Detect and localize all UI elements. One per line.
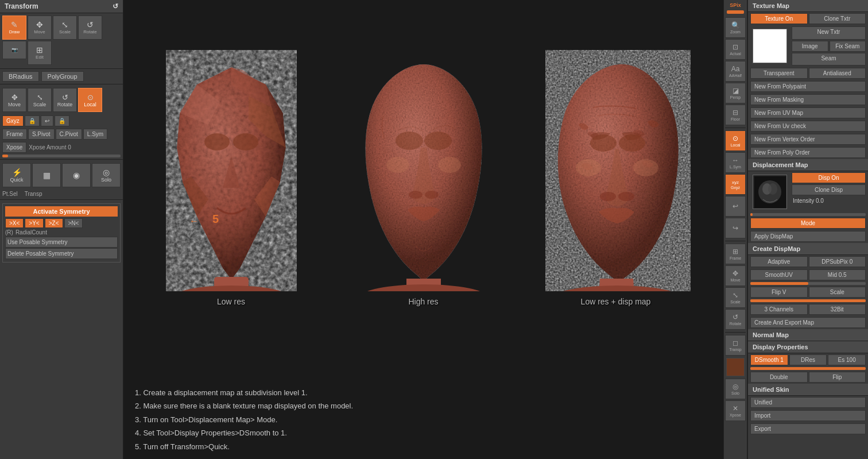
local-btn[interactable]: ⊙ Local (78, 88, 102, 112)
scale-mid-btn[interactable]: ⤡ Scale (725, 287, 746, 308)
texture-right-btns: New Txtr Image Fix Seam Seam (792, 26, 866, 65)
mode-btn[interactable]: Mode (750, 218, 866, 229)
channels-btn[interactable]: 3 Channels (750, 304, 808, 315)
create-export-btn[interactable]: Create And Export Map (750, 317, 866, 328)
new-from-uv-map-btn[interactable]: New From UV Map (750, 107, 866, 118)
texture-map-title: Texture Map (748, 0, 868, 12)
persp-btn[interactable]: ◪ Persp (725, 83, 746, 103)
gxyz-mid-btn[interactable]: xyz Gxyz (725, 174, 746, 195)
delete-posable-btn[interactable]: Delete Posable Symmetry (5, 248, 118, 259)
image-btn[interactable]: Image (792, 41, 828, 52)
solo-btn[interactable]: ◎ Solo (92, 163, 121, 187)
clone-txtr-btn[interactable]: Clone Txtr (809, 13, 866, 24)
local-mid-btn[interactable]: ⊙ Local (725, 130, 746, 151)
lock-btn1[interactable]: 🔒 (25, 115, 40, 126)
transparent-btn[interactable]: Transparent (750, 68, 808, 79)
new-from-poly-order-btn[interactable]: New From Poly Order (750, 147, 866, 158)
floor-btn[interactable]: ⊟ Floor (725, 105, 746, 125)
undo-btn[interactable]: ↩ (41, 115, 53, 126)
x-sym-btn[interactable]: >X< (5, 218, 24, 228)
clone-disp-btn[interactable]: Clone Disp (792, 184, 866, 195)
reset-icon[interactable]: ↺ (113, 2, 118, 10)
mid-slider-track[interactable] (750, 282, 866, 285)
rotate-tool-btn[interactable]: ↺ Rotate (78, 16, 102, 40)
texture-top-row: Texture On Clone Txtr (748, 12, 868, 25)
disp-preview-image (753, 175, 787, 209)
xpose-amount: Xpose Amount 0 (29, 144, 71, 151)
undo-mid-btn2[interactable]: ↪ (725, 218, 746, 238)
quick-btn[interactable]: ⚡ Quick (2, 163, 31, 187)
dres-btn[interactable]: DRes (789, 354, 827, 365)
scale-btn[interactable]: Scale (809, 287, 866, 298)
xpose-slider-track[interactable] (2, 155, 121, 157)
new-from-vertex-order-btn[interactable]: New From Vertex Order (750, 134, 866, 145)
dsmooth-btn[interactable]: DSmooth 1 (750, 354, 788, 365)
snapshot-btn[interactable]: 📷 (2, 41, 26, 59)
move-mid-btn[interactable]: ✥ Move (725, 265, 746, 286)
new-from-masking-btn[interactable]: New From Masking (750, 94, 866, 105)
frame-btn[interactable]: Frame (2, 129, 27, 140)
adaptive-btn[interactable]: Adaptive (750, 256, 808, 267)
transp-mid-btn[interactable]: ◻ Transp (725, 335, 746, 356)
actual-btn[interactable]: ⊡ Actual (725, 39, 746, 60)
lsym-mid-icon: ↔ (732, 156, 739, 164)
flip-btn[interactable]: Flip (809, 372, 866, 383)
xpose-mid-btn[interactable]: ✕ Xpose (725, 400, 746, 421)
lsym-mid-btn[interactable]: ↔ L.Sym (725, 152, 746, 173)
dsmooth-slider-track[interactable] (750, 367, 866, 370)
cpivot-btn[interactable]: C.Pivot (56, 129, 82, 140)
panel-header: Transform ↺ (0, 0, 123, 13)
undo-mid-btn1[interactable]: ↩ (725, 196, 746, 217)
z-sym-btn[interactable]: >Z< (45, 218, 63, 228)
move-tool-btn[interactable]: ✥ Move (28, 16, 52, 40)
lsym-btn[interactable]: L.Sym (83, 129, 107, 140)
seam-btn[interactable]: Seam (792, 53, 866, 66)
zoom-btn[interactable]: 🔍 Zoom (725, 17, 746, 38)
polygroup-tab[interactable]: PolyGroup (41, 71, 84, 82)
posable-sym-btn[interactable]: Use Posable Symmetry (5, 237, 118, 248)
import-btn[interactable]: Import (750, 410, 866, 421)
lock-btn2[interactable]: 🔒 (55, 115, 69, 126)
aahalf-btn[interactable]: Aa AAHalf (725, 61, 746, 82)
intensity-slider-track[interactable] (750, 213, 866, 216)
dpsubpix-btn[interactable]: DPSubPix 0 (809, 256, 866, 267)
double-btn[interactable]: Double (750, 372, 808, 383)
disp-on-btn[interactable]: Disp On (792, 172, 866, 183)
flipv-btn[interactable]: Flip V (750, 287, 808, 298)
unified-btn[interactable]: Unified (750, 397, 866, 408)
activate-symmetry-btn[interactable]: Activate Symmetry (5, 206, 118, 217)
high-res-svg (343, 50, 504, 291)
es-btn[interactable]: Es 100 (828, 354, 866, 365)
texture-on-btn[interactable]: Texture On (750, 13, 808, 24)
rotate-btn[interactable]: ↺ Rotate (53, 88, 77, 112)
solo-mid-btn[interactable]: ◎ Solo (725, 379, 746, 399)
spivot-btn[interactable]: S.Pivot (28, 129, 55, 140)
export-btn[interactable]: Export (750, 423, 866, 434)
scale-tool-btn[interactable]: ⤡ Scale (53, 16, 77, 40)
n-sym-btn[interactable]: >N< (64, 218, 83, 228)
y-sym-btn[interactable]: >Y< (25, 218, 43, 228)
new-from-uv-check-btn[interactable]: New From Uv check (750, 121, 866, 132)
bit-btn[interactable]: 32Bit (809, 304, 866, 315)
draw-tool-btn[interactable]: ✎ Draw (2, 16, 26, 40)
antialiased-btn[interactable]: Antialiased (809, 68, 866, 79)
grid-btn[interactable]: ▦ (32, 163, 61, 187)
apply-disp-map-btn[interactable]: Apply DispMap (750, 231, 866, 242)
move-btn[interactable]: ✥ Move (2, 88, 26, 112)
gxyz-btn[interactable]: Gxyz (2, 115, 24, 126)
smoothuv-btn[interactable]: SmoothUV (750, 269, 808, 280)
new-from-polypaint-btn[interactable]: New From Polypaint (750, 81, 866, 92)
image-seam-row: Image Fix Seam (792, 41, 866, 52)
circle-btn[interactable]: ◉ (62, 163, 91, 187)
fix-seam-btn[interactable]: Fix Seam (830, 41, 866, 52)
disp-map-svg (536, 50, 696, 291)
scale-btn[interactable]: ⤡ Scale (28, 88, 52, 112)
edit-tool-btn[interactable]: ⊞ Edit (28, 41, 52, 65)
bradius-tab[interactable]: BRadius (2, 71, 39, 82)
frame-mid-btn[interactable]: ⊞ Frame (725, 244, 746, 264)
xpose-btn[interactable]: Xpose (2, 142, 26, 153)
rotate-mid-btn[interactable]: ↺ Rotate (725, 309, 746, 330)
scale-slider-track[interactable] (750, 299, 866, 302)
new-txtr-btn[interactable]: New Txtr (792, 26, 866, 40)
mid-btn[interactable]: Mid 0.5 (809, 269, 866, 280)
